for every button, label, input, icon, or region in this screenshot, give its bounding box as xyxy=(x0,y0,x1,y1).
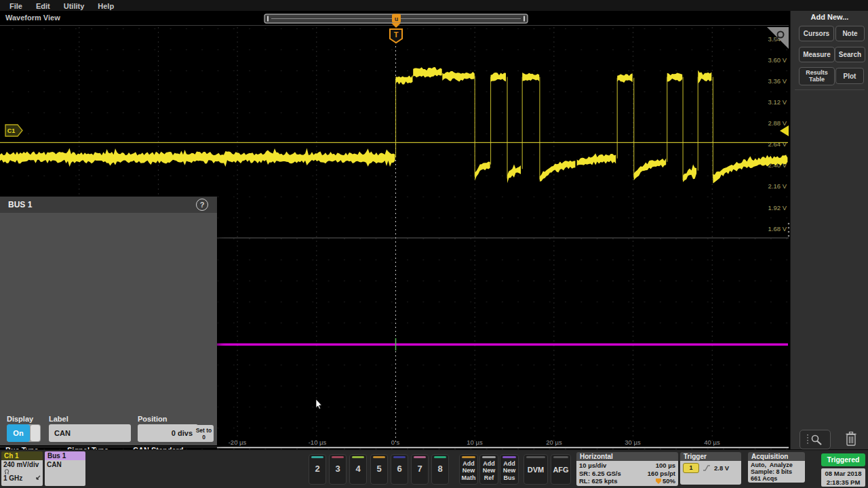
ch1-waveform-trace xyxy=(634,158,667,180)
channel-2-color xyxy=(311,456,323,458)
help-icon[interactable]: ? xyxy=(196,199,208,211)
bus-row-handle[interactable] xyxy=(788,223,790,225)
acquisition-title: Acquisition xyxy=(748,452,805,461)
acquisition-mode: Auto, Analyze xyxy=(751,462,802,468)
bandwidth-limit-icon xyxy=(35,475,41,481)
menu-utility[interactable]: Utility xyxy=(57,2,92,10)
ref-color xyxy=(482,456,496,458)
channel-7-button[interactable]: 7 xyxy=(411,454,429,485)
add-new-bus-button[interactable]: Add New Bus xyxy=(500,454,519,485)
ch1-waveform-trace xyxy=(683,165,696,182)
afg-stripe xyxy=(553,456,568,458)
trigger-source-badge: 1 xyxy=(683,463,699,473)
voltage-label: 3.36 V xyxy=(768,77,787,85)
bus-row-handle[interactable] xyxy=(788,235,790,237)
bus1-badge-body: CAN xyxy=(45,460,85,486)
ch1-waveform-trace xyxy=(442,71,475,82)
acquisition-count: 661 Acqs xyxy=(751,475,802,482)
dvm-stripe xyxy=(526,456,545,458)
time-label: -10 µs xyxy=(309,439,327,446)
ch1-waveform-trace xyxy=(0,148,395,167)
channel-7-color xyxy=(414,456,426,458)
trigger-level: 2.8 V xyxy=(714,464,729,472)
ch1-waveform-trace xyxy=(475,162,490,181)
settings-bar: Ch 1 240 mV/div 1 GHz Bus 1 CA xyxy=(0,449,868,488)
voltage-label: 1.92 V xyxy=(768,204,787,211)
note-button[interactable]: Note xyxy=(835,26,865,41)
label-input[interactable]: CAN xyxy=(49,424,131,442)
menu-help[interactable]: Help xyxy=(91,2,121,10)
ch1-waveform-trace xyxy=(577,153,616,165)
display-toggle[interactable]: On xyxy=(7,424,41,442)
horizontal-title: Horizontal xyxy=(576,452,678,461)
trash-button[interactable] xyxy=(844,430,858,447)
trigger-title: Trigger xyxy=(680,452,741,461)
time-label: -20 µs xyxy=(229,439,247,446)
channel-6-button[interactable]: 6 xyxy=(391,454,408,485)
horizontal-window: 100 µs xyxy=(656,462,675,470)
bus1-badge[interactable]: Bus 1 CAN xyxy=(45,451,85,486)
time-label: 30 µs xyxy=(625,439,641,446)
channel-3-button[interactable]: 3 xyxy=(329,454,347,485)
ch1-waveform-trace xyxy=(396,75,413,85)
bus1-panel-title: BUS 1 xyxy=(8,200,32,209)
expansion-point-glyph: u xyxy=(395,16,399,22)
cursors-button[interactable]: Cursors xyxy=(799,26,834,41)
dvm-button[interactable]: DVM xyxy=(524,454,548,485)
ch1-badge[interactable]: Ch 1 240 mV/div 1 GHz xyxy=(1,451,43,486)
plot-button[interactable]: Plot xyxy=(835,68,864,84)
waveform-view-tab[interactable]: Waveform View xyxy=(5,14,60,22)
math-color xyxy=(462,456,475,458)
add-new-title: Add New... xyxy=(791,13,868,21)
time-label: 0 s xyxy=(391,439,400,446)
trigger-panel[interactable]: Trigger 1 2.8 V xyxy=(680,452,741,485)
horizontal-panel[interactable]: Horizontal 10 µs/div100 µs SR: 6.25 GS/s… xyxy=(576,452,678,486)
add-new-math-button[interactable]: Add New Math xyxy=(459,454,478,485)
ch1-waveform-trace xyxy=(713,155,787,184)
channel-4-color xyxy=(352,456,364,458)
bus-row-handle[interactable] xyxy=(788,227,790,229)
right-sidebar: Add New... Cursors Note Measure Search R… xyxy=(790,11,868,449)
channel-8-button[interactable]: 8 xyxy=(431,454,449,485)
menu-edit[interactable]: Edit xyxy=(29,2,57,10)
bus1-type: CAN xyxy=(47,461,83,468)
search-button[interactable]: Search xyxy=(835,47,865,62)
voltage-label: 3.12 V xyxy=(768,98,787,106)
measure-button[interactable]: Measure xyxy=(799,47,835,62)
bus-color xyxy=(502,456,516,458)
trigger-level-arrow[interactable] xyxy=(780,125,789,136)
channel-5-button[interactable]: 5 xyxy=(370,454,388,485)
record-length: RL: 625 kpts xyxy=(579,477,618,485)
set-to-zero-button[interactable]: Set to 0 xyxy=(194,425,214,442)
voltage-label: 3.60 V xyxy=(768,56,787,64)
channel-2-button[interactable]: 2 xyxy=(309,454,326,485)
acquisition-sample: Sample: 8 bits xyxy=(751,468,802,475)
channel-3-color xyxy=(332,456,344,458)
bus1-decode-track[interactable] xyxy=(217,344,788,346)
divider xyxy=(795,89,865,90)
oscilloscope-screen: File Edit Utility Help 3.84 V3.60 V3.36 … xyxy=(0,0,868,488)
bus1-panel-header[interactable]: BUS 1 ? xyxy=(0,197,217,213)
channel-5-color xyxy=(373,456,385,458)
rising-edge-icon xyxy=(703,464,711,472)
menu-file[interactable]: File xyxy=(3,2,29,10)
channel-4-button[interactable]: 4 xyxy=(349,454,367,485)
acquisition-panel[interactable]: Acquisition Auto, Analyze Sample: 8 bits… xyxy=(748,452,805,483)
bus-row-handle[interactable] xyxy=(788,231,790,233)
ch1-scale: 240 mV/div xyxy=(3,461,41,468)
ch1-bandwidth: 1 GHz xyxy=(3,474,22,482)
time-label: 20 µs xyxy=(546,439,562,446)
position-label: Position xyxy=(138,415,167,423)
menu-bar: File Edit Utility Help xyxy=(0,0,868,12)
ch1-waveform-trace xyxy=(617,73,633,83)
position-input[interactable]: 0 divs xyxy=(138,424,198,442)
voltage-label: 2.64 V xyxy=(768,140,787,148)
add-new-ref-button[interactable]: Add New Ref xyxy=(479,454,498,485)
voltage-label: 2.88 V xyxy=(768,119,787,127)
afg-button[interactable]: AFG xyxy=(551,454,571,485)
results-table-button[interactable]: Results Table xyxy=(799,67,835,85)
date: 08 Mar 2018 xyxy=(821,469,865,478)
zoom-mode-button[interactable] xyxy=(800,430,831,449)
sample-interval: 160 ps/pt xyxy=(648,470,675,478)
ch1-waveform-trace xyxy=(507,165,521,184)
